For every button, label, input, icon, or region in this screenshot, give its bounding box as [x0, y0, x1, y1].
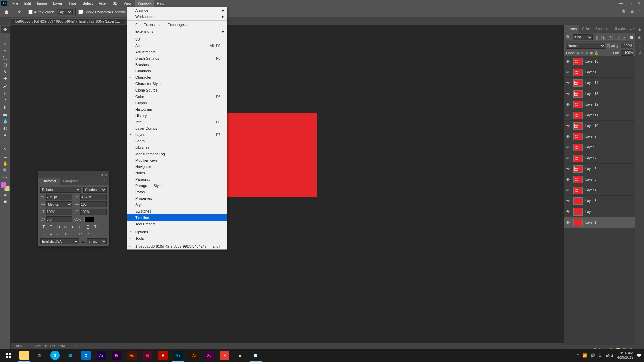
- clock[interactable]: 9:16 AM 4/29/2019: [617, 351, 633, 360]
- path-tool[interactable]: ↖: [1, 146, 10, 153]
- snagit-icon[interactable]: ✕: [217, 349, 232, 362]
- gradient-tool[interactable]: ▬: [1, 111, 10, 117]
- edit-toolbar[interactable]: ⋯: [1, 174, 10, 181]
- layer-row[interactable]: 👁Layer 2: [564, 206, 635, 217]
- show-transform-checkbox[interactable]: Show Transform Controls: [78, 10, 126, 14]
- underline-button[interactable]: T: [85, 224, 91, 230]
- outlook-icon[interactable]: O: [78, 349, 93, 362]
- frame-tool[interactable]: ⊞: [1, 61, 10, 68]
- eyedropper-tool[interactable]: ✎: [1, 68, 10, 75]
- menu-item[interactable]: Paragraph Styles: [127, 182, 227, 189]
- hand-tool[interactable]: ✋: [1, 160, 10, 167]
- visibility-icon[interactable]: 👁: [566, 81, 571, 85]
- indesign-icon[interactable]: Id: [140, 349, 155, 362]
- auto-select-checkbox[interactable]: Auto-Select:: [28, 10, 54, 14]
- animate-icon[interactable]: An: [125, 349, 140, 362]
- tab-layers[interactable]: Layers: [564, 25, 579, 33]
- menu-item[interactable]: Notes: [127, 170, 227, 176]
- layer-row[interactable]: 👁Coca-ColaLayer 16: [564, 56, 635, 67]
- superscript-button[interactable]: T¹: [70, 224, 76, 230]
- menu-item[interactable]: Find Extensions on Exchange...: [127, 21, 227, 28]
- menu-item[interactable]: ✓Character: [127, 74, 227, 80]
- volume-icon[interactable]: 🔊: [590, 353, 595, 358]
- visibility-icon[interactable]: 👁: [566, 92, 571, 96]
- hscale[interactable]: [80, 209, 107, 215]
- menu-item[interactable]: ✓LayersF7: [127, 131, 227, 138]
- menu-type[interactable]: Type: [65, 0, 79, 7]
- font-style[interactable]: Conden...: [83, 187, 107, 193]
- filter-toggle[interactable]: [630, 36, 633, 39]
- layer-row[interactable]: 👁Coca-ColaLayer 13: [564, 88, 635, 99]
- app-icon[interactable]: 📄: [248, 349, 263, 362]
- menu-item[interactable]: Properties: [127, 195, 227, 201]
- clone-tool[interactable]: ⎌: [1, 89, 10, 96]
- lock-position-icon[interactable]: ✥: [585, 51, 588, 55]
- menu-item[interactable]: Layer Comps: [127, 125, 227, 131]
- brush-tool[interactable]: 🖌: [1, 82, 10, 89]
- styles-dock-icon[interactable]: ⊞: [638, 43, 641, 47]
- layer-row[interactable]: 👁Layer 3: [564, 196, 635, 206]
- lock-all-icon[interactable]: 🔒: [594, 51, 598, 55]
- close-icon[interactable]: ✕: [104, 173, 107, 177]
- dropbox-icon[interactable]: ⛋: [598, 353, 602, 357]
- tray-chevron-icon[interactable]: ˄: [577, 353, 579, 358]
- visibility-icon[interactable]: 👁: [566, 145, 571, 150]
- visibility-icon[interactable]: 👁: [566, 134, 571, 139]
- layer-row[interactable]: 👁Coca-ColaLayer 8: [564, 142, 635, 153]
- menu-file[interactable]: File: [9, 0, 21, 7]
- chrome-icon[interactable]: 🌐: [63, 349, 78, 362]
- menu-item[interactable]: Arrange▶: [127, 7, 227, 13]
- menu-item[interactable]: Paragraph: [127, 176, 227, 182]
- filter-pixel-icon[interactable]: ▦: [595, 35, 599, 40]
- visibility-icon[interactable]: 👁: [566, 124, 571, 128]
- collapse-icon[interactable]: «: [101, 173, 103, 177]
- visibility-icon[interactable]: 👁: [566, 199, 571, 203]
- menu-item[interactable]: ✓Tools: [127, 235, 227, 241]
- tracking[interactable]: [80, 201, 107, 207]
- language[interactable]: English: USA: [40, 238, 79, 244]
- type-tool[interactable]: T: [1, 139, 10, 145]
- layer-row[interactable]: 👁Coca-ColaLayer 9: [564, 131, 635, 142]
- color-swatches[interactable]: [1, 182, 10, 191]
- tab-paragraph[interactable]: Paragraph: [60, 178, 82, 185]
- visibility-icon[interactable]: 👁: [566, 220, 571, 225]
- document-tab[interactable]: be6625d0-810d-42f9-8c37-9903f5484a47_fin…: [11, 18, 125, 24]
- menu-item[interactable]: Character Styles: [127, 80, 227, 87]
- app-icon[interactable]: ◆: [233, 349, 248, 362]
- layer-row[interactable]: 👁Coca-ColaLayer 11: [564, 110, 635, 121]
- menu-3d[interactable]: 3D: [110, 0, 121, 7]
- adjustments-dock-icon[interactable]: ◐: [638, 35, 641, 40]
- blend-mode[interactable]: Normal: [566, 43, 605, 49]
- doc-info[interactable]: Doc: 219.7K/17.2M: [34, 344, 65, 348]
- ot-icon[interactable]: ø: [48, 231, 54, 237]
- healing-tool[interactable]: ✚: [1, 75, 10, 82]
- xd-icon[interactable]: Xd: [202, 349, 217, 362]
- menu-item[interactable]: History: [127, 112, 227, 119]
- blur-tool[interactable]: 💧: [1, 118, 10, 124]
- layer-row[interactable]: 👁Coca-ColaLayer 5: [564, 174, 635, 185]
- menu-item[interactable]: Timeline: [127, 214, 227, 221]
- marquee-tool[interactable]: ⬚: [1, 33, 10, 40]
- explorer-icon[interactable]: 📁: [17, 349, 32, 362]
- ot-icon[interactable]: T: [70, 231, 76, 237]
- menu-item[interactable]: ActionsAlt+F9: [127, 42, 227, 49]
- filter-smart-icon[interactable]: ◈: [622, 35, 626, 40]
- fill-input[interactable]: [621, 50, 633, 56]
- start-button[interactable]: [1, 349, 16, 362]
- close-button[interactable]: ✕: [635, 0, 644, 7]
- opacity-input[interactable]: [621, 43, 633, 48]
- layers-dock-icon[interactable]: ◈: [638, 27, 641, 32]
- allcaps-button[interactable]: TT: [55, 224, 62, 230]
- menu-item[interactable]: Measurement Log: [127, 150, 227, 157]
- bold-button[interactable]: T: [40, 224, 47, 230]
- font-size[interactable]: [46, 194, 72, 200]
- panel-menu-icon[interactable]: ≡: [632, 27, 635, 31]
- layer-row[interactable]: 👁Coca-ColaLayer 7: [564, 153, 635, 164]
- rectangle-tool[interactable]: ▭: [1, 153, 10, 160]
- notifications-icon[interactable]: 💬: [637, 353, 641, 358]
- menu-item[interactable]: Clone Source: [127, 87, 227, 93]
- menu-item[interactable]: Styles: [127, 201, 227, 208]
- ot-icon[interactable]: ½: [85, 231, 91, 237]
- visibility-icon[interactable]: 👁: [566, 177, 571, 182]
- menu-window[interactable]: Window: [135, 0, 154, 7]
